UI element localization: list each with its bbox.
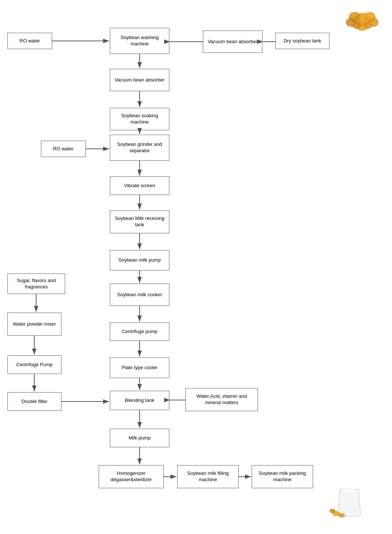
flowchart-diagram: RO water Soybean washing machine Vacuum …: [0, 0, 392, 534]
svg-point-13: [338, 513, 345, 518]
milk-pump-1-box: Soybean milk pump: [110, 250, 169, 271]
water-acid-box: Water,Acid, vitamin and mineral matters: [185, 388, 258, 411]
milk-glass-image: [329, 486, 370, 519]
milk-cooker-box: Soybean milk cooker: [110, 284, 169, 306]
svg-point-7: [363, 22, 372, 29]
svg-point-6: [352, 22, 361, 29]
milk-pump-2-box: Milk pump: [110, 429, 169, 447]
milk-packing-box: Soybean milk packing machine: [252, 465, 313, 488]
vibrate-screen-box: Vibrate screen: [110, 176, 169, 195]
soybean-washing-box: Soybean washing machine: [110, 28, 169, 54]
ro-water-1-box: RO water: [7, 33, 52, 49]
centrifuge-pump-left-box: Centrifuge Pump: [7, 355, 61, 374]
svg-point-10: [367, 15, 369, 16]
svg-point-14: [329, 509, 335, 513]
svg-point-9: [353, 15, 354, 16]
milk-filling-box: Soybean milk filling machine: [177, 465, 239, 488]
vacuum-bean-2-box: Vacuum bean absorber: [110, 69, 169, 91]
dry-soybean-box: Dry soybean tank: [275, 33, 329, 49]
soybean-image: [344, 7, 381, 33]
milk-receiving-box: Soybean Milk receiving tank: [110, 210, 169, 233]
blending-tank-box: Blending tank: [110, 391, 169, 410]
double-filter-box: Double filter: [7, 392, 61, 411]
arrows-svg: [0, 0, 392, 534]
sugar-flavors-box: Sugar, flavors and fragrances: [7, 274, 65, 294]
centrifuge-pump-main-box: Centrifuge pump: [110, 322, 169, 341]
svg-point-11: [340, 489, 358, 493]
vacuum-bean-top-box: Vacuum bean absorber: [203, 31, 262, 53]
homogenizer-box: Homogenizer degasser&sterilizer: [99, 465, 164, 488]
ro-water-2-box: RO water: [41, 141, 86, 157]
soybean-soaking-box: Soybean soaking machine: [110, 108, 169, 130]
soybean-grinder-box: Soybean grinder and separator: [110, 135, 169, 161]
svg-point-8: [360, 17, 362, 19]
water-powder-box: Water powder mixer: [7, 313, 61, 336]
plate-cooler-box: Plate type cooler: [110, 357, 169, 378]
